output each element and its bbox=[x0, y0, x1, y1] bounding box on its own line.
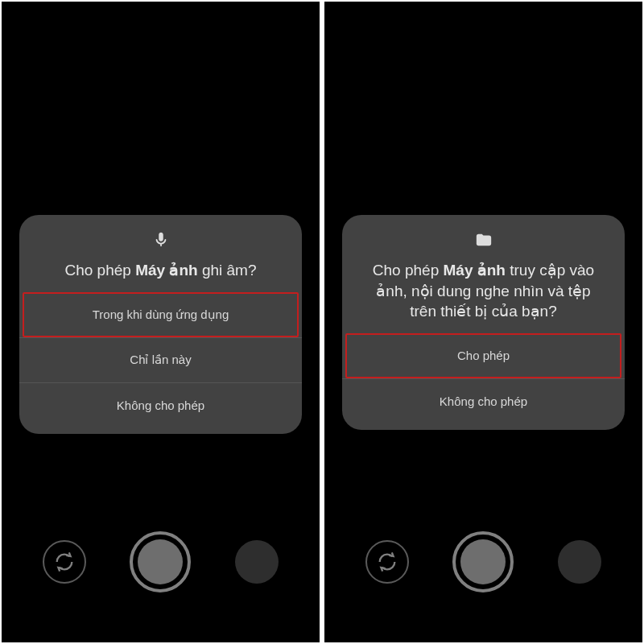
shutter-inner bbox=[138, 539, 183, 584]
phone-screen-left: Cho phép Máy ảnh ghi âm? Trong khi dùng … bbox=[2, 2, 320, 642]
button-label: Không cho phép bbox=[117, 398, 204, 412]
shutter-inner bbox=[460, 539, 506, 584]
permission-dialog: Cho phép Máy ảnh ghi âm? Trong khi dùng … bbox=[19, 215, 302, 434]
title-post: ghi âm? bbox=[198, 262, 257, 279]
switch-camera-button[interactable] bbox=[365, 540, 409, 584]
camera-controls bbox=[324, 531, 642, 592]
permission-dialog: Cho phép Máy ảnh truy cập vào ảnh, nội d… bbox=[342, 215, 625, 430]
folder-icon bbox=[342, 231, 625, 249]
switch-camera-button[interactable] bbox=[43, 540, 86, 584]
title-bold: Máy ảnh bbox=[444, 262, 506, 279]
title-pre: Cho phép bbox=[64, 262, 135, 279]
button-label: Cho phép bbox=[457, 349, 510, 362]
title-pre: Cho phép bbox=[373, 262, 444, 279]
switch-camera-icon bbox=[53, 551, 76, 573]
allow-while-using-button[interactable]: Trong khi dùng ứng dụng bbox=[23, 292, 299, 337]
button-label: Chỉ lần này bbox=[130, 353, 191, 367]
dialog-title: Cho phép Máy ảnh ghi âm? bbox=[19, 260, 302, 281]
shutter-button[interactable] bbox=[130, 531, 191, 592]
only-this-time-button[interactable]: Chỉ lần này bbox=[19, 337, 302, 382]
deny-button[interactable]: Không cho phép bbox=[342, 378, 625, 423]
allow-button[interactable]: Cho phép bbox=[345, 333, 621, 378]
title-bold: Máy ảnh bbox=[135, 262, 197, 279]
button-label: Không cho phép bbox=[440, 394, 527, 408]
microphone-icon bbox=[19, 231, 302, 249]
button-label: Trong khi dùng ứng dụng bbox=[93, 308, 229, 322]
gallery-button[interactable] bbox=[558, 540, 601, 584]
camera-controls bbox=[2, 531, 320, 592]
switch-camera-icon bbox=[376, 551, 398, 573]
gallery-button[interactable] bbox=[235, 540, 279, 584]
dialog-title: Cho phép Máy ảnh truy cập vào ảnh, nội d… bbox=[342, 260, 625, 322]
phone-screen-right: Cho phép Máy ảnh truy cập vào ảnh, nội d… bbox=[324, 2, 642, 642]
deny-button[interactable]: Không cho phép bbox=[19, 382, 302, 427]
shutter-button[interactable] bbox=[452, 531, 514, 592]
